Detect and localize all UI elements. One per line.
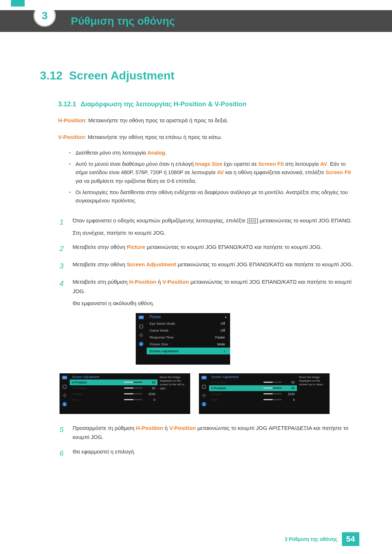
info-icon: i [201,402,207,407]
step-num-4: 4 [60,277,66,308]
step-1: 1 Όταν εμφανιστεί ο οδηγός κουμπιών ρυθμ… [60,216,356,237]
t: Όταν εμφανιστεί ο οδηγός κουμπιών ρυθμιζ… [73,217,249,223]
t: H-Position [72,381,87,384]
t: 50 [285,386,295,390]
step-body-2: Μεταβείτε στην οθόνη Picture μετακινώντα… [73,242,322,255]
osd-pair: i Screen Adjustment H-Position50 V-Posit… [60,373,356,414]
step-1-sub: Στη συνέχεια, πατήστε το κουμπί JOG. [73,228,352,238]
osd-row: Fine0 [209,397,297,403]
t: Μεταβείτε στην οθόνη [73,261,127,267]
osd-row: Eye Saver ModeOff [147,320,230,327]
osd-row-selected: Screen Adjustment› [147,348,230,354]
osd-row: Picture SizeWide [147,341,230,348]
svg-point-3 [140,334,142,336]
t: V-Position [169,425,196,431]
note-2: Αυτό το μενού είναι διαθέσιμο μόνο όταν … [69,160,356,185]
osd-sidebar-icons: i [60,373,70,407]
chevron-right-icon: › [224,349,225,353]
menu-icon [249,218,256,223]
svg-rect-7 [63,376,67,378]
t: H-Position [129,279,156,285]
step-body-4: Μεταβείτε στη ρύθμιση H-Position ή V-Pos… [73,277,356,308]
resize-icon [138,324,144,329]
t: στη λειτουργία [284,161,320,167]
svg-rect-14 [203,385,206,388]
t: 0 [285,398,295,402]
t: 2240 [145,392,155,396]
resize-icon [201,384,207,389]
t: ] μετακινώντας το κουμπί JOG ΕΠΑΝΩ. [257,217,352,223]
steps-list-2: 5 Προσαρμόστε τη ρύθμιση H-Position ή V-… [60,423,356,459]
osd-title-text: Picture [150,315,161,319]
t: Fine [72,398,78,402]
slider-bar [124,382,142,383]
t: ή [163,425,169,431]
t: Προσαρμόστε τη ρύθμιση [73,425,136,431]
chapter-header: Ρύθμιση της οθόνης [0,10,392,32]
t: μετακινώντας το κουμπί JOG ΕΠΑΝΩ/ΚΑΤΩ κα… [145,244,322,250]
slider-bar [124,393,142,394]
footer-text: 3 Ρύθμιση της οθόνης [285,536,337,542]
svg-rect-1 [139,316,143,318]
osd-row: V-Position50 [70,385,158,391]
t: Coarse [72,392,82,396]
t: Game Mode [150,328,168,332]
section-number: 3.12 [40,69,62,82]
t: Screen Adjustment [150,349,179,353]
t: Wide [217,342,225,346]
step-5: 5 Προσαρμόστε τη ρύθμιση H-Position ή V-… [60,423,356,442]
gear-icon [62,393,68,398]
monitor-icon [201,376,207,381]
t: Αυτό το μενού είναι διαθέσιμο μόνο όταν … [75,161,195,167]
step-body-3: Μεταβείτε στην οθόνη Screen Adjustment μ… [73,260,353,272]
osd-screen-adjustment-v: i Screen Adjustment H-Position50 V-Posit… [199,373,330,414]
step-num-2: 2 [60,242,66,255]
osd-title: Screen Adjustment [70,373,158,379]
note-1b: Analog [147,150,165,156]
t: Coarse [211,392,222,396]
t: Μεταβείτε στην οθόνη [73,244,127,250]
svg-text:i: i [204,402,204,406]
svg-rect-8 [63,385,66,388]
step-6: 6 Θα εφαρμοστεί η επιλογή. [60,447,356,459]
t: H-Position [211,381,226,384]
t: V-Position [72,386,87,390]
step-num-6: 6 [60,447,66,459]
osd-row: Game ModeOff [147,327,230,334]
t: V-Position [211,386,226,390]
top-cover [0,0,392,10]
step-num-1: 1 [60,216,66,237]
page-tab-marker [11,0,25,7]
osd-row: Response TimeFaster [147,334,230,341]
osd-main: Picture ▲ Eye Saver ModeOff Game ModeOff… [147,313,230,354]
t: Picture [127,244,145,250]
step-body-5: Προσαρμόστε τη ρύθμιση H-Position ή V-Po… [73,423,356,442]
page-footer: 3 Ρύθμιση της οθόνης 54 [285,532,359,546]
t: AV [320,161,327,167]
slider-bar [264,387,282,389]
gear-icon [201,393,207,398]
t: Off [221,328,225,332]
osd-row: Coarse2240 [209,391,297,397]
chapter-title: Ρύθμιση της οθόνης [71,15,175,27]
svg-text:i: i [64,402,65,406]
note-1: Διατίθεται μόνο στη λειτουργία Analog. [69,149,356,157]
t: 50 [145,381,155,384]
step-body-6: Θα εφαρμοστεί η επιλογή. [73,447,135,459]
osd-description: Move the image displayed on the screen t… [158,373,190,407]
svg-point-9 [64,394,65,396]
svg-rect-13 [202,376,206,378]
vposition-description: V-Position: Μετακινήστε την οθόνη προς τ… [58,133,356,141]
step-num-5: 5 [60,423,66,442]
osd-title: Picture ▲ [147,313,230,320]
t: Image Size [195,161,222,167]
osd-picture-wrap: i Picture ▲ Eye Saver ModeOff Game ModeO… [60,313,356,414]
hposition-text: : Μετακινήστε την οθόνη προς τα αριστερά… [85,117,228,123]
step-4-sub: Θα εμφανιστεί η ακόλουθη οθόνη. [73,299,356,308]
section-heading: 3.12 Screen Adjustment [40,69,356,82]
osd-title: Screen Adjustment [209,373,297,379]
t: μετακινώντας το κουμπί JOG ΕΠΑΝΩ/ΚΑΤΩ κα… [176,261,353,267]
info-icon: i [138,341,144,346]
hposition-description: H-Position: Μετακινήστε την οθόνη προς τ… [58,116,356,125]
svg-point-15 [203,394,205,396]
